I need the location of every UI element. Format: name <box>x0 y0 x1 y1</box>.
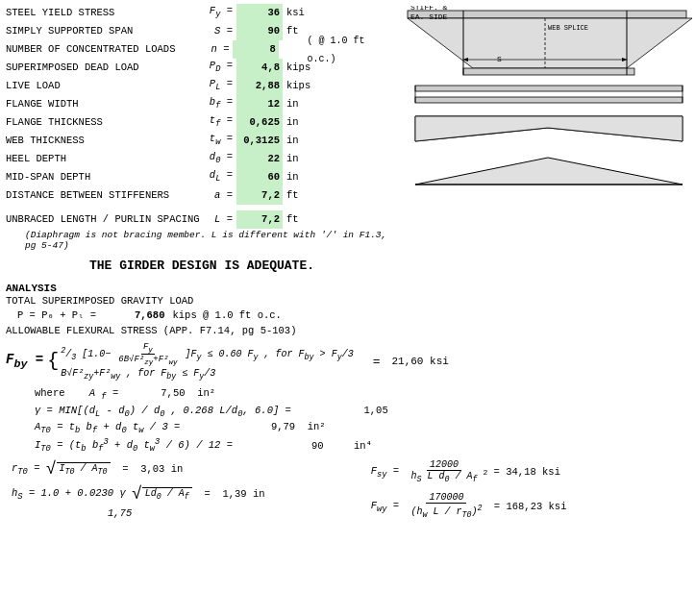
ITo-val: 90 <box>311 439 324 451</box>
hs-eq: = <box>204 488 210 500</box>
unit-flange-width: in <box>283 95 311 113</box>
val-span: 90 <box>236 22 283 40</box>
fwy-fraction: 170000 (hw L / rT0)2 <box>408 492 484 520</box>
gravity-unit: kips @ 1.0 ft o.c. <box>172 309 281 321</box>
hs-inner: Ld0 / Af <box>142 487 192 502</box>
val-heel-depth: 22 <box>236 150 283 168</box>
fsy-eq: = <box>494 466 500 478</box>
formula-line-1: 2/3 [1.0− Fy 6B√F²zy+F²wy ]Fy ≤ 0.60 Fy … <box>61 342 353 366</box>
label-midspan-depth: MID-SPAN DEPTH <box>6 168 179 186</box>
unit-midspan-depth: in <box>283 168 311 186</box>
param-row-unbraced: UNBRACED LENGTH / PURLIN SPACING L = 7,2… <box>6 210 398 229</box>
analysis-section: ANALYSIS TOTAL SUPERIMPOSED GRAVITY LOAD… <box>0 281 695 523</box>
last-val-row: 1,75 <box>12 507 371 519</box>
diagram-beam-tapered <box>406 112 694 146</box>
fwy-unit: ksi <box>549 501 567 512</box>
unit-live-load: kips <box>283 77 311 95</box>
where-header: where A f = 7,50 in² <box>35 387 689 402</box>
fwy-formula-row: Fwy = 170000 (hw L / rT0)2 = 168,23 ksi <box>371 492 695 520</box>
unit-stiffeners: ft <box>283 186 311 205</box>
svg-text:EA. SIDE: EA. SIDE <box>410 12 448 21</box>
fsy-val: 34,18 <box>506 466 536 478</box>
label-span: SIMPLY SUPPORTED SPAN <box>6 22 179 40</box>
fsy-formula-row: Fsy = 12000 hS L d0 / Af 2 = 34,18 ksi <box>371 459 695 484</box>
diaphragm-note: (Diaphragm is not bracing member. L is d… <box>6 230 398 251</box>
fwy-den: (hw L / rT0)2 <box>408 504 484 520</box>
brace-formulas: 2/3 [1.0− Fy 6B√F²zy+F²wy ]Fy ≤ 0.60 Fy … <box>61 342 353 382</box>
val-live-load: 2,88 <box>236 77 283 95</box>
sqrt-symbol-2: √ <box>132 484 142 504</box>
hs-formula-row: hS = 1.0 + 0.0230 γ √ Ld0 / Af = 1,39 in <box>12 484 371 504</box>
structural-diagrams: STIFF. & EA. SIDE S WEB SPLICE <box>406 4 693 188</box>
fsy-den: hS L d0 / Af <box>408 471 480 484</box>
r-val: 3,03 <box>140 463 164 475</box>
svg-rect-0 <box>408 11 686 18</box>
fwy-val: 168,23 <box>506 501 542 512</box>
diagram-beam-straight <box>406 82 694 109</box>
val-loads: 8 <box>233 40 278 59</box>
ITo-row: IT0 = (tb bf3 + d0 tw3 / 6) / 12 = 90 in… <box>35 437 689 455</box>
hs-val: 1,39 <box>222 488 246 500</box>
unit-web-thickness: in <box>283 132 311 150</box>
gravity-row: P = P₀ + Pₗ = 7,680 kips @ 1.0 ft o.c. <box>17 308 689 321</box>
label-unbraced: UNBRACED LENGTH / PURLIN SPACING <box>6 210 179 229</box>
Af-unit: in² <box>197 387 215 399</box>
parameters-panel: STEEL YIELD STRESS Fy = 36 ksi SIMPLY SU… <box>0 0 404 281</box>
label-flange-thickness: FLANGE THICKNESS <box>6 113 179 132</box>
fsy-num: 12000 <box>427 459 461 471</box>
val-flange-width: 12 <box>236 95 283 113</box>
val-web-thickness: 0,3125 <box>236 132 283 150</box>
svg-marker-23 <box>415 158 683 185</box>
fby-sym: Fby = <box>6 352 43 371</box>
svg-rect-2 <box>463 68 634 75</box>
label-heel-depth: HEEL DEPTH <box>6 150 179 168</box>
r-unit: in <box>171 463 184 475</box>
analysis-title: ANALYSIS <box>6 283 689 294</box>
svg-marker-22 <box>415 116 683 141</box>
unit-heel-depth: in <box>283 150 311 168</box>
param-row-steel-yield: STEEL YIELD STRESS Fy = 36 ksi <box>6 4 398 22</box>
svg-text:WEB SPLICE: WEB SPLICE <box>548 24 588 32</box>
label-dead-load: SUPERIMPOSED DEAD LOAD <box>6 59 179 77</box>
fsy-power: 2 <box>483 468 487 477</box>
bottom-formulas: rT0 = √ IT0 / AT0 = 3,03 in hS = 1.0 + 0… <box>6 459 695 520</box>
fsy-unit: ksi <box>542 466 560 478</box>
gamma-val: 1,05 <box>363 405 387 416</box>
param-row-stiffeners: DISTANCE BETWEEN STIFFENERS a = 7,2 ft <box>6 186 398 205</box>
diagram-pitched <box>406 150 694 188</box>
ITo-unit: in⁴ <box>354 439 372 451</box>
gamma-row: γ = MIN[(dL - d0) / d0 , 0.268 L/d0, 6.0… <box>35 405 689 419</box>
fby-result-val: 21,60 ksi <box>391 356 448 367</box>
val-steel-yield: 36 <box>236 4 283 22</box>
formula-line-2: B√F²zy+F²wy , for Fby ≤ Fy/3 <box>61 368 353 382</box>
adequate-text: THE GIRDER DESIGN IS ADEQUATE. <box>6 259 398 273</box>
unit-unbraced: ft <box>283 210 311 229</box>
svg-rect-14 <box>415 97 683 103</box>
where-block: where A f = 7,50 in² γ = MIN[(dL - d0) /… <box>6 387 689 455</box>
ATo-unit: in² <box>308 421 326 432</box>
sym-unbraced: L = <box>179 210 236 229</box>
equals-result: = <box>373 355 381 369</box>
unit-flange-thickness: in <box>283 113 311 132</box>
r-formula-row: rT0 = √ IT0 / AT0 = 3,03 in <box>12 459 371 479</box>
sqrt-symbol: √ <box>46 459 57 479</box>
sym-steel-yield: Fy = <box>179 2 236 24</box>
diagrams-panel: STIFF. & EA. SIDE S WEB SPLICE <box>404 0 695 281</box>
label-stiffeners: DISTANCE BETWEEN STIFFENERS <box>6 186 179 205</box>
left-brace: { <box>47 352 59 371</box>
hs-unit: in <box>253 488 265 500</box>
svg-rect-13 <box>415 86 683 91</box>
ATo-val: 9,79 <box>271 421 295 432</box>
r-eq: = <box>122 463 128 475</box>
fsy-fraction: 12000 hS L d0 / Af <box>408 459 480 484</box>
gravity-eq: P = P₀ + Pₗ = <box>17 308 96 321</box>
unit-steel-yield: ksi <box>283 4 311 22</box>
fwy-eq: = <box>494 501 500 512</box>
gravity-label: TOTAL SUPERIMPOSED GRAVITY LOAD <box>6 295 689 307</box>
label-web-thickness: WEB THICKNESS <box>6 132 179 150</box>
svg-text:STIFF. &: STIFF. & <box>410 6 448 12</box>
bottom-left: rT0 = √ IT0 / AT0 = 3,03 in hS = 1.0 + 0… <box>12 459 371 520</box>
label-steel-yield: STEEL YIELD STRESS <box>6 4 179 22</box>
bottom-right: Fsy = 12000 hS L d0 / Af 2 = 34,18 ksi F… <box>371 459 695 520</box>
fby-formula-row: Fby = { 2/3 [1.0− Fy 6B√F²zy+F²wy ]Fy ≤ … <box>6 342 689 382</box>
